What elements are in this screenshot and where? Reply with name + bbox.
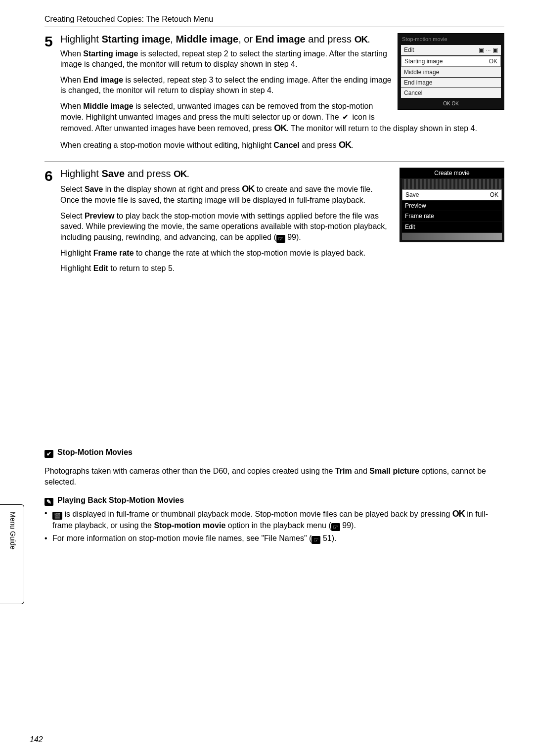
note-stop-motion-head: ✔Stop-Motion Movies [44,447,504,458]
nb2a: For more information on stop-motion movi… [52,534,312,542]
nb1ref: 99 [342,521,351,530]
step-6: 6 Create movie Save OK Preview Frame rat… [44,168,504,279]
film-strip-icon [402,179,502,189]
side-tab: Menu Guide [0,504,24,604]
nb2ref: 51 [323,534,332,542]
nb1e: ). [351,521,356,530]
lcd1-r3: End image [404,79,432,87]
t6a: Highlight [60,168,101,179]
s5p4a: When creating a stop-motion movie withou… [60,141,273,149]
lcd2-title: Create movie [400,168,504,178]
ok-icon: OK [242,184,254,194]
lcd1-r4: Cancel [404,89,422,97]
ok-icon: OK [339,140,351,150]
s6p1a: Select [60,185,85,193]
lcd2-save-row: Save OK [402,189,502,200]
s6p4c: to return to step 5. [108,264,175,272]
page-ref-icon: ☞ [276,235,285,243]
step-5-number: 5 [44,33,60,49]
lcd1-middle-row: Middle image [401,67,501,77]
s5p2a: When [60,76,83,84]
t5-b1: Starting image [101,34,170,44]
step-divider [44,161,504,162]
lcd2-r3: Frame rate [405,212,434,220]
lcd1-starting-row: Starting image OK [401,56,501,67]
page-ref-icon: ☞ [331,523,340,531]
t5-end: . [367,34,370,44]
noteA-body: Photographs taken with cameras other tha… [44,466,504,487]
ok-icon: OK [355,34,368,44]
t5-m1: , [170,34,176,44]
note-playback-head: ✎Playing Back Stop-Motion Movies [44,495,504,506]
lcd1-foot: OK OK [399,98,503,107]
s6p3b: Frame rate [93,249,134,257]
film-icon: ▣ ··· ▣ [479,46,498,54]
checkmark-icon [341,113,350,121]
lcd2-r1: Save [405,191,419,199]
nab-c: and [352,467,370,475]
running-head: Creating Retouched Copies: The Retouch M… [44,14,504,25]
ok-icon: OK [274,123,286,133]
t5-m2: , or [238,34,255,44]
nb2b: ). [332,534,337,542]
s6p2b: Preview [85,212,114,220]
t5-post: and press [306,34,355,44]
nb1d: option in the playback menu ( [225,521,331,530]
movie-icon: 🎬 [52,512,62,520]
s6p1c: in the display shown at right and press [103,185,242,193]
t5-b2: Middle image [176,34,238,44]
s6p4b: Edit [93,264,108,272]
lcd1-r2: Middle image [404,68,439,76]
lcd1-title: Stop-motion movie [399,35,503,45]
lcd2-preview-row: Preview [402,201,502,211]
nab-b: Trim [335,467,352,475]
lcd2-bottom [402,233,502,240]
nb1a: is displayed in full-frame or thumbnail … [62,510,452,518]
s5p2b: End image [83,76,123,84]
caution-icon: ✔ [44,450,53,458]
page-ref-icon: ☞ [312,536,320,544]
s6p2ref: 99 [287,233,296,241]
s6p3c: to change the rate at which the stop-mot… [134,249,366,257]
s5p3b: Middle image [83,102,133,110]
page-number: 142 [30,734,43,745]
nb1c: Stop-motion movie [154,521,225,530]
t6m: and press [125,168,174,179]
lcd2-framerate-row: Frame rate [402,211,502,221]
noteB-list: 🎬 is displayed in full-frame or thumbnai… [44,508,504,543]
t5-b3: End image [256,34,306,44]
noteB-item-1: 🎬 is displayed in full-frame or thumbnai… [44,508,504,531]
lcd1-edit-label: Edit [404,46,414,54]
noteA-title: Stop-Motion Movies [57,448,133,456]
lcd2-r1-ok: OK [490,191,498,199]
t6b: Save [101,168,125,179]
side-tab-label: Menu Guide [0,505,25,556]
s5p1a: When [60,49,83,58]
lcd1-r1-ok: OK [489,57,497,65]
s6p2d: ). [296,233,301,241]
notes: ✔Stop-Motion Movies Photographs taken wi… [44,447,504,543]
lcd1-r1: Starting image [404,57,443,65]
lcd2-r4: Edit [405,223,415,231]
step-6-number: 6 [44,168,60,183]
lcd1-edit-row: Edit ▣ ··· ▣ [401,45,501,55]
t5-a: Highlight [60,34,101,44]
s5p1b: Starting image [83,49,138,58]
pencil-icon: ✎ [44,498,53,506]
ok-icon: OK [452,509,465,519]
s5p4c: and press [300,141,339,149]
ok-icon: OK [174,169,187,179]
s6p2a: Select [60,212,85,220]
lcd2-edit-row: Edit [402,222,502,232]
s6p3a: Highlight [60,249,93,257]
s6p1b: Save [85,185,103,193]
s5p4d: . [351,141,353,149]
lcd-create-movie: Create movie Save OK Preview Frame rate … [400,168,504,242]
lcd1-cancel-row: Cancel [401,88,501,98]
s5p3a: When [60,102,83,110]
s6p4a: Highlight [60,264,93,272]
lcd1-end-row: End image [401,78,501,88]
nab-a: Photographs taken with cameras other tha… [44,467,335,475]
lcd-stop-motion-edit: Stop-motion movie Edit ▣ ··· ▣ Starting … [398,33,504,110]
header-rule [44,27,504,27]
